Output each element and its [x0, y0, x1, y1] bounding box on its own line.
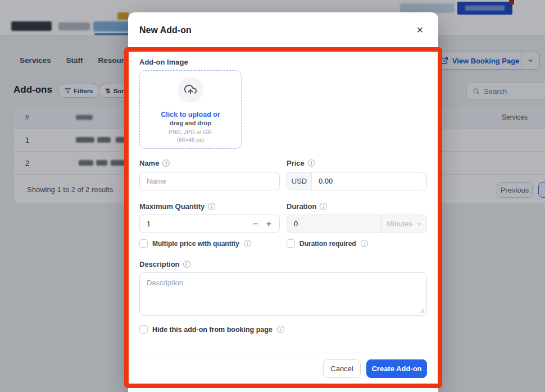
max-quantity-label-text: Maximum Quantity [139, 202, 205, 211]
description-textarea[interactable] [140, 273, 426, 315]
multiple-price-checkbox[interactable] [139, 239, 148, 248]
duration-label-text: Duration [287, 202, 316, 211]
description-field-wrap [139, 272, 427, 316]
name-field-wrap [139, 172, 280, 190]
addon-image-label-text: Add-on Image [139, 58, 188, 66]
multiple-price-checkbox-row: Multiple price with quantity [139, 239, 251, 248]
upload-text-primary: Click to upload or [140, 111, 241, 118]
price-field-group: USD [287, 172, 427, 190]
hide-addon-checkbox-row: Hide this add-on from booking page [139, 325, 284, 334]
info-icon[interactable] [162, 159, 170, 167]
name-label-text: Name [139, 159, 159, 167]
modal-header-divider [128, 47, 438, 48]
duration-input[interactable] [287, 215, 382, 233]
modal-footer-divider [128, 353, 438, 353]
create-addon-button[interactable]: Create Add-on [366, 359, 427, 378]
plus-button[interactable]: + [266, 220, 271, 229]
modal-title: New Add-on [139, 25, 192, 35]
info-icon[interactable] [361, 240, 368, 247]
description-label-text: Description [139, 260, 180, 268]
info-icon[interactable] [320, 203, 327, 210]
cancel-button[interactable]: Cancel [323, 359, 361, 378]
duration-unit-select[interactable]: Minutes [382, 215, 426, 233]
close-icon[interactable]: ✕ [416, 26, 424, 35]
quantity-input[interactable] [140, 215, 253, 233]
name-label: Name [139, 159, 170, 167]
hide-addon-label: Hide this add-on from booking page [152, 326, 272, 334]
hide-addon-checkbox[interactable] [139, 325, 148, 334]
name-input[interactable] [140, 172, 279, 190]
minus-button[interactable]: − [253, 220, 258, 229]
duration-required-label: Duration required [299, 240, 356, 248]
duration-required-checkbox-row: Duration required [287, 239, 368, 248]
info-icon[interactable] [277, 326, 284, 333]
upload-formats-text: PNG, JPG or GIF [140, 129, 241, 135]
price-input[interactable] [312, 172, 426, 190]
price-label: Price [287, 159, 315, 167]
duration-required-checkbox[interactable] [287, 239, 295, 248]
multiple-price-label: Multiple price with quantity [152, 240, 239, 248]
duration-label: Duration [287, 202, 327, 211]
app-window: Services Staff Resources View Booking Pa… [0, 0, 545, 392]
stepper-controls: − + [253, 215, 279, 233]
info-icon[interactable] [208, 203, 215, 210]
upload-icon-circle [178, 77, 203, 103]
duration-field-group: Minutes [287, 215, 427, 233]
upload-text-secondary: drag and drop [140, 120, 241, 126]
info-icon[interactable] [183, 261, 190, 268]
image-upload-dropzone[interactable]: Click to upload or drag and drop PNG, JP… [139, 70, 242, 149]
currency-prefix: USD [287, 172, 312, 190]
info-icon[interactable] [308, 159, 315, 167]
upload-cloud-icon [184, 84, 197, 96]
duration-unit-value: Minutes [387, 220, 412, 228]
chevron-down-icon [416, 221, 422, 227]
max-quantity-label: Maximum Quantity [139, 202, 215, 211]
addon-image-label: Add-on Image [139, 58, 188, 66]
info-icon[interactable] [244, 240, 251, 247]
quantity-stepper: − + [139, 215, 280, 233]
price-label-text: Price [287, 159, 305, 167]
description-label: Description [139, 260, 190, 268]
upload-size-text: (66×46 px) [140, 137, 241, 143]
new-addon-modal: New Add-on ✕ Add-on Image Click to uploa… [128, 12, 438, 392]
